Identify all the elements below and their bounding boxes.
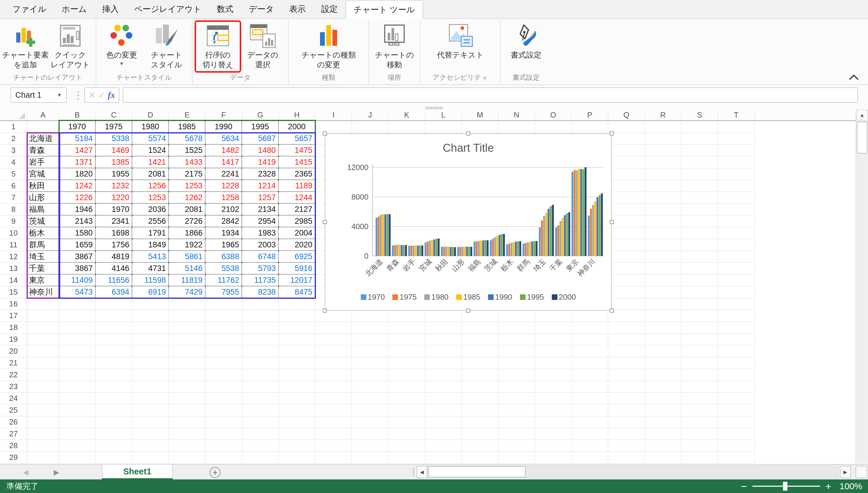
- cancel-formula-icon[interactable]: ✕: [89, 90, 95, 100]
- cell-G1[interactable]: 1995: [242, 121, 279, 133]
- menu-tab-チャート ツール[interactable]: チャート ツール: [345, 0, 423, 19]
- menu-tab-設定[interactable]: 設定: [313, 0, 345, 18]
- cell-C14[interactable]: 11656: [96, 275, 132, 286]
- cell-C15[interactable]: 6394: [96, 286, 132, 298]
- column-header-T[interactable]: T: [718, 110, 755, 120]
- cell-C1[interactable]: 1975: [96, 121, 132, 133]
- cell-F1[interactable]: 1990: [205, 121, 242, 133]
- cell-B15[interactable]: 5473: [59, 286, 96, 298]
- ribbon-button-書式設定[interactable]: 書式設定: [504, 21, 548, 72]
- chart-resize-handle[interactable]: [610, 220, 614, 224]
- cell-F2[interactable]: 5634: [205, 133, 242, 145]
- cell-A2[interactable]: 北海道: [27, 133, 59, 145]
- row-header-10[interactable]: 10: [0, 227, 27, 239]
- cell-H9[interactable]: 2985: [279, 215, 315, 227]
- cell-F14[interactable]: 11762: [205, 275, 242, 286]
- cell-H2[interactable]: 5657: [279, 133, 315, 145]
- vertical-scrollbar[interactable]: ▲: [855, 110, 868, 464]
- cell-B6[interactable]: 1242: [59, 180, 96, 192]
- menu-tab-ファイル[interactable]: ファイル: [5, 0, 54, 18]
- cell-D2[interactable]: 5574: [132, 133, 169, 145]
- cell-C7[interactable]: 1220: [96, 192, 132, 204]
- cell-A3[interactable]: 青森: [27, 145, 59, 156]
- cell-B5[interactable]: 1820: [59, 168, 96, 180]
- cell-D4[interactable]: 1421: [132, 156, 169, 168]
- scroll-left-icon[interactable]: ◀: [417, 466, 427, 478]
- ribbon-button-行/列の切り替え[interactable]: 行/列の切り替え: [195, 21, 240, 72]
- row-header-14[interactable]: 14: [0, 275, 27, 286]
- chart-object[interactable]: Chart Title 04000800012000北海道青森岩手宮城秋田山形福…: [325, 133, 612, 310]
- column-header-R[interactable]: R: [645, 110, 681, 120]
- row-header-29[interactable]: 29: [0, 452, 27, 464]
- cell-A4[interactable]: 岩手: [27, 156, 59, 168]
- chart-resize-handle[interactable]: [323, 220, 327, 224]
- menu-tab-データ[interactable]: データ: [241, 0, 282, 18]
- ribbon-button-クイックレイアウト[interactable]: クイックレイアウト: [48, 21, 93, 72]
- cell-D7[interactable]: 1253: [132, 192, 169, 204]
- cell-A5[interactable]: 宮城: [27, 168, 59, 180]
- row-header-22[interactable]: 22: [0, 369, 27, 381]
- column-header-N[interactable]: N: [498, 110, 535, 120]
- ribbon-button-チャートスタイル[interactable]: チャートスタイル: [144, 21, 189, 72]
- cell-G9[interactable]: 2954: [242, 215, 279, 227]
- sheet-nav-right-icon[interactable]: ▶: [54, 465, 59, 480]
- ribbon-button-データの選択[interactable]: データの選択: [240, 21, 285, 72]
- row-header-6[interactable]: 6: [0, 180, 27, 192]
- cell-A14[interactable]: 東京: [27, 275, 59, 286]
- row-header-8[interactable]: 8: [0, 204, 27, 215]
- cell-A13[interactable]: 千葉: [27, 263, 59, 275]
- cell-B4[interactable]: 1371: [59, 156, 96, 168]
- column-header-I[interactable]: I: [315, 110, 352, 120]
- cell-A15[interactable]: 神奈川: [27, 286, 59, 298]
- cell-F3[interactable]: 1482: [205, 145, 242, 156]
- column-header-Q[interactable]: Q: [608, 110, 645, 120]
- cell-F15[interactable]: 7955: [205, 286, 242, 298]
- horizontal-scrollbar-thumb[interactable]: [428, 466, 525, 477]
- cell-B14[interactable]: 11409: [59, 275, 96, 286]
- cell-G5[interactable]: 2328: [242, 168, 279, 180]
- cell-C13[interactable]: 4146: [96, 263, 132, 275]
- cell-G6[interactable]: 1214: [242, 180, 279, 192]
- zoom-slider-handle[interactable]: [783, 482, 787, 491]
- column-header-M[interactable]: M: [462, 110, 498, 120]
- row-header-15[interactable]: 15: [0, 286, 27, 298]
- cell-C5[interactable]: 1955: [96, 168, 132, 180]
- row-header-17[interactable]: 17: [0, 310, 27, 322]
- column-header-D[interactable]: D: [132, 110, 169, 120]
- column-header-C[interactable]: C: [96, 110, 132, 120]
- row-header-4[interactable]: 4: [0, 156, 27, 168]
- cell-G11[interactable]: 2003: [242, 239, 279, 251]
- cell-C8[interactable]: 1970: [96, 204, 132, 215]
- cell-F7[interactable]: 1258: [205, 192, 242, 204]
- scroll-up-icon[interactable]: ▲: [856, 110, 868, 121]
- cell-C12[interactable]: 4819: [96, 251, 132, 263]
- cell-B13[interactable]: 3867: [59, 263, 96, 275]
- cell-A9[interactable]: 茨城: [27, 215, 59, 227]
- cell-D9[interactable]: 2556: [132, 215, 169, 227]
- cell-G2[interactable]: 5687: [242, 133, 279, 145]
- cell-B9[interactable]: 2143: [59, 215, 96, 227]
- row-header-18[interactable]: 18: [0, 322, 27, 334]
- column-header-A[interactable]: A: [27, 110, 59, 120]
- cell-G4[interactable]: 1419: [242, 156, 279, 168]
- cell-E13[interactable]: 5146: [169, 263, 205, 275]
- cell-C3[interactable]: 1469: [96, 145, 132, 156]
- ribbon-button-色の変更[interactable]: 色の変更▼: [99, 21, 144, 72]
- column-header-P[interactable]: P: [571, 110, 608, 120]
- row-header-9[interactable]: 9: [0, 215, 27, 227]
- cell-D10[interactable]: 1791: [132, 227, 169, 239]
- column-header-F[interactable]: F: [205, 110, 242, 120]
- cell-F4[interactable]: 1417: [205, 156, 242, 168]
- cell-E10[interactable]: 1866: [169, 227, 205, 239]
- cell-A11[interactable]: 群馬: [27, 239, 59, 251]
- column-header-G[interactable]: G: [242, 110, 279, 120]
- cell-G7[interactable]: 1257: [242, 192, 279, 204]
- cell-C6[interactable]: 1232: [96, 180, 132, 192]
- cell-F6[interactable]: 1228: [205, 180, 242, 192]
- cell-C10[interactable]: 1698: [96, 227, 132, 239]
- scrollbar-resize-dots-icon[interactable]: [412, 468, 415, 477]
- cell-D13[interactable]: 4731: [132, 263, 169, 275]
- cell-E5[interactable]: 2175: [169, 168, 205, 180]
- column-header-S[interactable]: S: [681, 110, 718, 120]
- cell-E3[interactable]: 1525: [169, 145, 205, 156]
